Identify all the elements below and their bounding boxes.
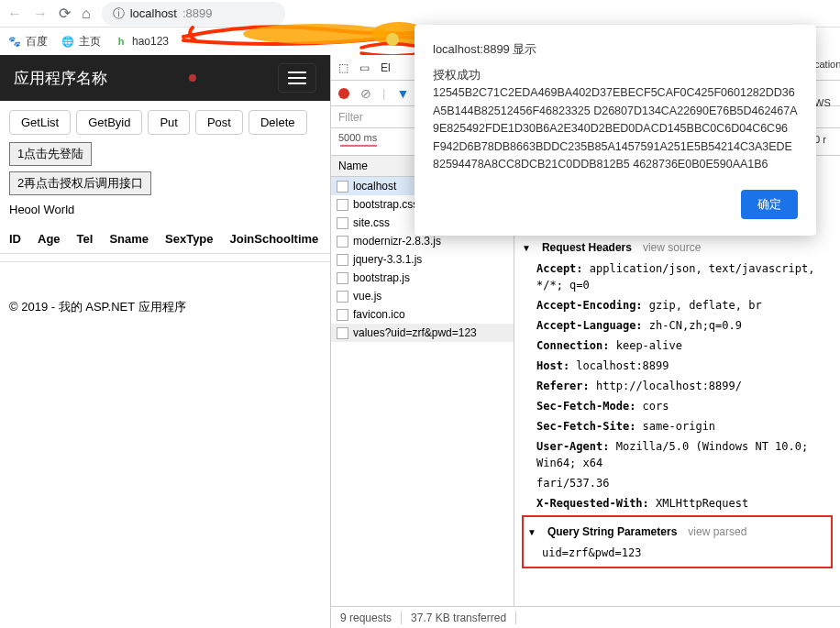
- header-row: fari/537.36: [522, 473, 833, 493]
- file-icon: [337, 181, 348, 193]
- action-buttons: GetList GetByid Put Post Delete: [0, 101, 330, 139]
- request-row[interactable]: values?uid=zrf&pwd=123: [331, 324, 514, 342]
- alert-dialog: localhost:8899 显示 授权成功 12545B2C71C2EDA46…: [414, 25, 816, 236]
- device-icon[interactable]: ▭: [359, 61, 370, 74]
- browser-toolbar: ← → ⟳ ⌂ ⓘ localhost:8899: [0, 0, 840, 28]
- url-host: localhost: [130, 6, 177, 20]
- query-params-highlight: ▼ Query String Parameters view parsed ui…: [522, 515, 833, 568]
- delete-button[interactable]: Delete: [249, 110, 307, 135]
- file-icon: [337, 199, 348, 211]
- col-tel: Tel: [77, 232, 94, 246]
- request-row[interactable]: jquery-3.3.1.js: [331, 250, 514, 269]
- paw-icon: 🐾: [7, 34, 22, 49]
- alert-title: localhost:8899 显示: [433, 41, 798, 58]
- hello-text: Heool World: [0, 198, 330, 221]
- hao-icon: h: [114, 34, 128, 49]
- address-bar[interactable]: ⓘ localhost:8899: [102, 2, 285, 26]
- header-row: Accept-Language: zh-CN,zh;q=0.9: [522, 315, 833, 336]
- request-row[interactable]: favicon.ico: [331, 305, 514, 324]
- col-sextype: SexType: [165, 232, 214, 246]
- post-button[interactable]: Post: [195, 110, 243, 135]
- header-row: X-Requested-With: XMLHttpRequest: [522, 493, 833, 513]
- file-icon: [337, 254, 348, 266]
- file-icon: [337, 327, 348, 339]
- alert-message: 授权成功 12545B2C71C2EDA469BA402D37EBECF5CAF…: [433, 67, 798, 173]
- auth-step-button[interactable]: 2再点击授权后调用接口: [9, 171, 151, 195]
- back-icon[interactable]: ←: [7, 6, 22, 22]
- header-row: Host: localhost:8899: [522, 356, 833, 376]
- app-brand[interactable]: 应用程序名称: [14, 68, 107, 89]
- header-row: Sec-Fetch-Mode: cors: [522, 396, 833, 416]
- col-id: ID: [9, 232, 21, 246]
- triangle-down-icon: ▼: [522, 243, 531, 253]
- put-button[interactable]: Put: [148, 110, 190, 135]
- request-headers-section[interactable]: ▼ Request Headers view source: [522, 237, 833, 259]
- bookmark-hao123[interactable]: h hao123: [114, 34, 169, 49]
- header-row: User-Agent: Mozilla/5.0 (Windows NT 10.0…: [522, 436, 833, 473]
- request-count: 9 requests: [331, 611, 402, 624]
- file-icon: [337, 309, 348, 321]
- view-source-link[interactable]: view source: [643, 241, 701, 254]
- app-navbar: 应用程序名称: [0, 55, 330, 101]
- request-row[interactable]: vue.js: [331, 287, 514, 305]
- bookmark-home[interactable]: 🌐 主页: [61, 34, 101, 50]
- forward-icon[interactable]: →: [33, 6, 48, 22]
- bookmark-label: 主页: [79, 34, 101, 50]
- header-row: Referer: http://localhost:8899/: [522, 376, 833, 396]
- bookmark-baidu[interactable]: 🐾 百度: [7, 34, 48, 50]
- col-jointime: JoinSchooltime: [230, 232, 319, 246]
- request-row[interactable]: bootstrap.js: [331, 269, 514, 287]
- file-icon: [337, 217, 348, 229]
- site-info-icon[interactable]: ⓘ: [113, 6, 125, 22]
- file-icon: [337, 272, 348, 284]
- clipped-edge: cation WS 0 r: [812, 55, 840, 149]
- header-row: Sec-Fetch-Site: same-origin: [522, 416, 833, 436]
- inspect-icon[interactable]: ⬚: [338, 61, 348, 74]
- col-sname: Sname: [109, 232, 149, 246]
- query-string-raw: uid=zrf&pwd=123: [527, 543, 827, 563]
- file-icon: [337, 236, 348, 248]
- filter-icon[interactable]: ▼: [396, 86, 409, 101]
- page-content: 应用程序名称 GetList GetByid Put Post Delete 1…: [0, 55, 330, 628]
- bookmark-label: hao123: [132, 35, 169, 48]
- record-icon[interactable]: [338, 88, 349, 99]
- clear-icon[interactable]: ⊘: [360, 86, 371, 101]
- alert-ok-button[interactable]: 确定: [741, 190, 798, 219]
- getbyid-button[interactable]: GetByid: [76, 110, 142, 135]
- query-params-section[interactable]: ▼ Query String Parameters view parsed: [527, 521, 827, 543]
- login-step-button[interactable]: 1点击先登陆: [9, 142, 92, 166]
- devtools-status-bar: 9 requests 37.7 KB transferred: [331, 606, 840, 628]
- transfer-size: 37.7 KB transferred: [402, 611, 516, 624]
- file-icon: [337, 291, 348, 303]
- globe-icon: 🌐: [61, 34, 75, 49]
- table-header: ID Age Tel Sname SexType JoinSchooltime: [0, 221, 330, 254]
- header-row: Accept: application/json, text/javascrip…: [522, 259, 833, 295]
- notification-dot-icon: [189, 74, 196, 82]
- page-footer: © 2019 - 我的 ASP.NET 应用程序: [0, 261, 330, 325]
- col-age: Age: [38, 232, 61, 246]
- header-row: Connection: keep-alive: [522, 336, 833, 356]
- reload-icon[interactable]: ⟳: [59, 5, 71, 22]
- triangle-down-icon: ▼: [527, 527, 536, 537]
- tab-elements[interactable]: El: [381, 61, 391, 74]
- home-icon[interactable]: ⌂: [82, 6, 91, 22]
- menu-toggle-button[interactable]: [278, 63, 316, 93]
- bookmark-label: 百度: [26, 34, 48, 50]
- url-port: :8899: [182, 6, 213, 20]
- view-parsed-link[interactable]: view parsed: [688, 525, 746, 538]
- getlist-button[interactable]: GetList: [9, 110, 71, 135]
- yellow-dot-icon: [386, 33, 399, 46]
- header-row: Accept-Encoding: gzip, deflate, br: [522, 295, 833, 315]
